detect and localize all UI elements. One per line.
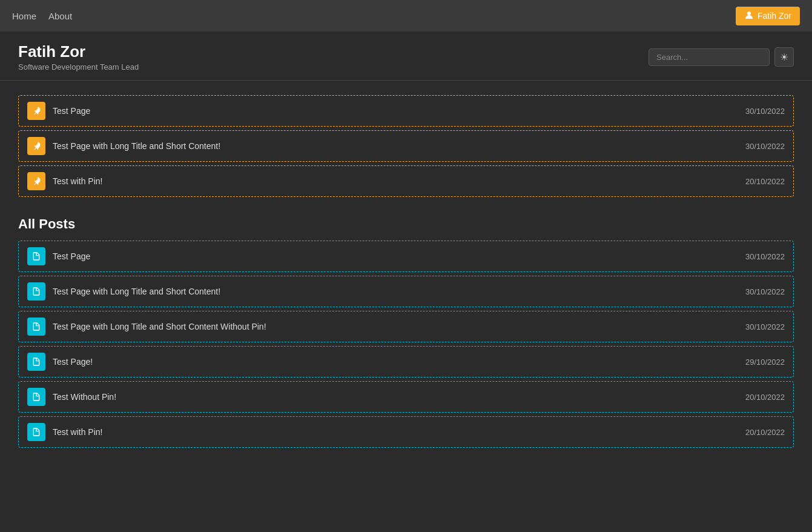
all-post-title: Test Page with Long Title and Short Cont…	[53, 287, 220, 296]
author-subtitle: Software Development Team Lead	[18, 62, 139, 71]
all-posts-list: Test Page 30/10/2022 Test Page with Long…	[18, 241, 794, 448]
all-post-row[interactable]: Test with Pin! 20/10/2022	[18, 416, 794, 448]
navbar: Home About Fatih Zor	[0, 0, 812, 32]
all-post-date: 30/10/2022	[745, 252, 785, 261]
all-posts-section: All Posts Test Page 30/10/2022	[18, 216, 794, 448]
pinned-post-date: 20/10/2022	[745, 177, 785, 186]
nav-links: Home About	[12, 11, 72, 21]
pinned-row-left: Test with Pin!	[27, 172, 102, 190]
all-post-row-left: Test with Pin!	[27, 423, 102, 441]
post-doc-icon	[27, 353, 45, 371]
post-doc-icon	[27, 318, 45, 336]
all-post-title: Test Page	[53, 251, 90, 261]
all-post-row-left: Test Without Pin!	[27, 388, 116, 406]
all-post-date: 30/10/2022	[745, 287, 785, 296]
user-menu-button[interactable]: Fatih Zor	[736, 7, 800, 25]
all-post-row-left: Test Page with Long Title and Short Cont…	[27, 282, 220, 301]
pinned-row-left: Test Page with Long Title and Short Cont…	[27, 137, 220, 155]
nav-about[interactable]: About	[48, 11, 72, 21]
pin-icon	[27, 137, 45, 155]
pinned-post-date: 30/10/2022	[745, 107, 785, 116]
all-post-title: Test with Pin!	[53, 427, 102, 437]
all-post-row[interactable]: Test Page with Long Title and Short Cont…	[18, 276, 794, 307]
all-posts-heading: All Posts	[18, 216, 794, 232]
all-post-date: 20/10/2022	[745, 393, 785, 402]
all-post-row[interactable]: Test Page with Long Title and Short Cont…	[18, 311, 794, 342]
pin-icon	[27, 102, 45, 120]
pinned-post-row[interactable]: Test Page with Long Title and Short Cont…	[18, 130, 794, 162]
header-controls: ☀	[649, 47, 794, 67]
post-doc-icon	[27, 423, 45, 441]
all-post-row-left: Test Page with Long Title and Short Cont…	[27, 318, 266, 336]
sun-icon: ☀	[780, 52, 788, 63]
all-post-date: 20/10/2022	[745, 428, 785, 437]
author-name: Fatih Zor	[18, 42, 139, 61]
pinned-post-row[interactable]: Test Page 30/10/2022	[18, 95, 794, 127]
all-post-row[interactable]: Test Page 30/10/2022	[18, 241, 794, 272]
pin-icon	[27, 172, 45, 190]
pinned-posts-section: Test Page 30/10/2022 Test Page with Long…	[18, 95, 794, 197]
pinned-post-date: 30/10/2022	[745, 142, 785, 151]
all-post-row[interactable]: Test Without Pin! 20/10/2022	[18, 381, 794, 413]
pinned-row-left: Test Page	[27, 102, 90, 120]
pinned-post-row[interactable]: Test with Pin! 20/10/2022	[18, 165, 794, 197]
user-icon	[744, 10, 754, 22]
post-doc-icon	[27, 247, 45, 265]
post-doc-icon	[27, 388, 45, 406]
theme-toggle-button[interactable]: ☀	[774, 47, 794, 67]
svg-point-0	[747, 12, 751, 15]
header-title-block: Fatih Zor Software Development Team Lead	[18, 42, 139, 71]
post-doc-icon	[27, 282, 45, 301]
main-content: Test Page 30/10/2022 Test Page with Long…	[0, 81, 812, 466]
all-post-date: 29/10/2022	[745, 357, 785, 367]
all-post-title: Test Page with Long Title and Short Cont…	[53, 322, 266, 331]
all-post-date: 30/10/2022	[745, 322, 785, 331]
nav-home[interactable]: Home	[12, 11, 36, 21]
all-post-row[interactable]: Test Page! 29/10/2022	[18, 346, 794, 377]
pinned-post-title: Test with Pin!	[53, 176, 102, 186]
pinned-post-title: Test Page with Long Title and Short Cont…	[53, 141, 220, 151]
all-post-row-left: Test Page	[27, 247, 90, 265]
search-input[interactable]	[649, 48, 770, 66]
all-post-title: Test Without Pin!	[53, 392, 116, 402]
all-post-row-left: Test Page!	[27, 353, 93, 371]
pinned-post-title: Test Page	[53, 106, 90, 116]
user-label: Fatih Zor	[758, 11, 791, 21]
page-header: Fatih Zor Software Development Team Lead…	[0, 32, 812, 81]
all-post-title: Test Page!	[53, 357, 93, 367]
